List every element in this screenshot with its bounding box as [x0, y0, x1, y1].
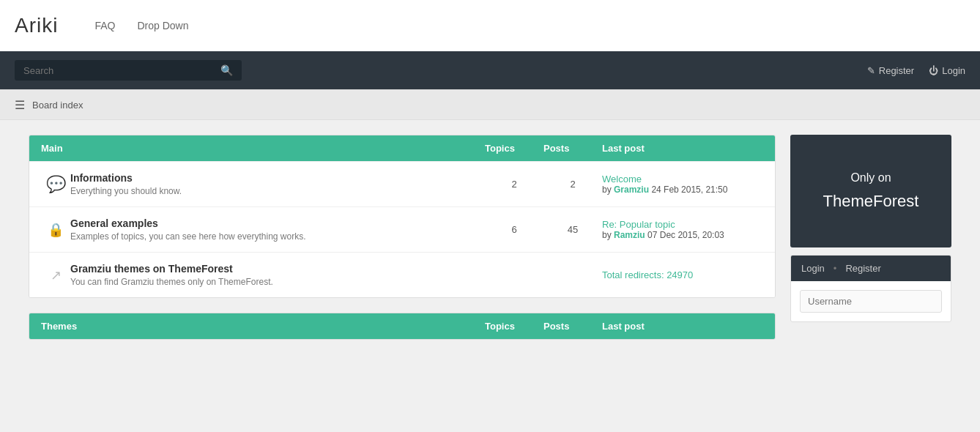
- content-wrapper: Main Topics Posts Last post 💬 Informatio…: [14, 120, 966, 369]
- login-icon: ⏻: [929, 65, 938, 76]
- forum-info-gramziu: Gramziu themes on ThemeForest You can fi…: [70, 263, 485, 287]
- nav-dropdown[interactable]: Drop Down: [137, 20, 188, 31]
- site-logo: Ariki: [15, 14, 58, 37]
- forum-lastpost-general: Re: Popular topic by Ramziu 07 Dec 2015,…: [602, 219, 763, 240]
- lastpost-by-general: by Ramziu 07 Dec 2015, 20:03: [602, 230, 763, 240]
- sidebar-login: Login • Register: [790, 255, 951, 322]
- forum-title-general[interactable]: General examples: [70, 217, 485, 229]
- themes-lastpost-header: Last post: [602, 321, 763, 332]
- forum-posts-general: 45: [543, 224, 602, 235]
- forum-topics-informations: 2: [485, 179, 543, 190]
- forum-lastpost-gramziu: Total redirects: 24970: [602, 269, 763, 280]
- dot-separator: •: [834, 263, 837, 274]
- sidebar-register-link[interactable]: Register: [845, 263, 880, 274]
- main-topics-header: Topics: [485, 143, 543, 154]
- login-button[interactable]: ⏻ Login: [929, 65, 965, 76]
- themes-posts-header: Posts: [543, 321, 602, 332]
- sidebar-login-link[interactable]: Login: [801, 263, 825, 274]
- forum-title-informations[interactable]: Informations: [70, 172, 485, 184]
- forum-row-informations: 💬 Informations Everything you should kno…: [29, 161, 775, 206]
- redirect-icon: ↗: [41, 267, 70, 283]
- search-bar: 🔍 ✎ Register ⏻ Login: [0, 51, 980, 89]
- search-box: 🔍: [15, 60, 242, 81]
- forum-section-main: Main Topics Posts Last post 💬 Informatio…: [29, 135, 776, 298]
- forum-section-themes-header: Themes Topics Posts Last post: [29, 313, 775, 339]
- hamburger-icon[interactable]: ☰: [15, 98, 25, 112]
- main-content: Main Topics Posts Last post 💬 Informatio…: [29, 135, 776, 354]
- sidebar-login-body: [791, 281, 951, 321]
- forum-info-general: General examples Examples of topics, you…: [70, 217, 485, 242]
- banner-line2: ThemeForest: [805, 192, 937, 211]
- breadcrumb-bar: ☰ Board index: [0, 89, 980, 120]
- lastpost-by-informations: by Gramziu 24 Feb 2015, 21:50: [602, 185, 763, 195]
- lastpost-date-general: 07 Dec 2015, 20:03: [647, 230, 724, 240]
- forum-section-main-header: Main Topics Posts Last post: [29, 135, 775, 161]
- themes-title: Themes: [41, 321, 485, 332]
- forum-posts-informations: 2: [543, 179, 602, 190]
- lastpost-title-general[interactable]: Re: Popular topic: [602, 219, 763, 230]
- register-icon: ✎: [867, 65, 875, 76]
- chat-icon: 💬: [41, 175, 70, 194]
- forum-desc-general: Examples of topics, you can see here how…: [70, 231, 485, 242]
- auth-buttons: ✎ Register ⏻ Login: [867, 65, 965, 76]
- top-nav: Ariki FAQ Drop Down: [0, 0, 980, 51]
- forum-title-gramziu[interactable]: Gramziu themes on ThemeForest: [70, 263, 485, 275]
- forum-section-themes: Themes Topics Posts Last post: [29, 313, 776, 340]
- forum-topics-general: 6: [485, 224, 543, 235]
- lastpost-user-informations: Gramziu: [614, 185, 649, 195]
- register-button[interactable]: ✎ Register: [867, 65, 914, 76]
- lastpost-date-informations: 24 Feb 2015, 21:50: [651, 185, 727, 195]
- forum-info-informations: Informations Everything you should know.: [70, 172, 485, 196]
- sidebar-banner: Only on ThemeForest: [790, 135, 951, 247]
- sidebar: Only on ThemeForest Login • Register: [790, 135, 951, 354]
- forum-lastpost-informations: Welcome by Gramziu 24 Feb 2015, 21:50: [602, 174, 763, 195]
- main-lastpost-header: Last post: [602, 143, 763, 154]
- lastpost-user-general: Ramziu: [614, 230, 645, 240]
- forum-row-gramziu: ↗ Gramziu themes on ThemeForest You can …: [29, 252, 775, 297]
- banner-line1: Only on: [805, 171, 937, 185]
- main-title: Main: [41, 143, 485, 154]
- themes-topics-header: Topics: [485, 321, 543, 332]
- search-button[interactable]: 🔍: [220, 64, 233, 76]
- forum-row-general-examples: 🔒 General examples Examples of topics, y…: [29, 206, 775, 252]
- breadcrumb-board-index[interactable]: Board index: [32, 100, 83, 111]
- lastpost-redirects: Total redirects: 24970: [602, 269, 763, 280]
- main-posts-header: Posts: [543, 143, 602, 154]
- sidebar-login-header: Login • Register: [791, 256, 951, 281]
- lastpost-title-informations[interactable]: Welcome: [602, 174, 763, 185]
- forum-desc-gramziu: You can find Gramziu themes only on Them…: [70, 277, 485, 287]
- locked-icon: 🔒: [41, 222, 70, 238]
- search-input[interactable]: [23, 65, 220, 76]
- forum-desc-informations: Everything you should know.: [70, 186, 485, 196]
- nav-faq[interactable]: FAQ: [94, 20, 115, 31]
- username-input[interactable]: [800, 290, 942, 313]
